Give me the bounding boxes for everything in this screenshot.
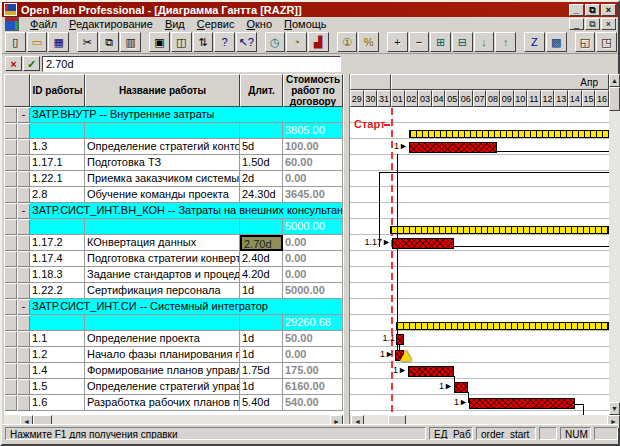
cascade-window-button[interactable]: ◱ (575, 32, 596, 52)
cell-duration[interactable]: 5.40d (240, 395, 283, 411)
row-selector[interactable] (4, 139, 17, 155)
zigzag-view-button[interactable]: Z (524, 32, 545, 52)
cell-duration[interactable]: 4.20d (240, 267, 283, 283)
collapse-minus-icon[interactable]: - (17, 203, 30, 219)
vscroll-thumb[interactable] (609, 87, 620, 111)
child-minimize-button[interactable]: _ (569, 18, 584, 30)
cell-name[interactable]: Определение стратегий управления р (85, 379, 240, 395)
cell-name[interactable]: Задание стандартов и процедур по д (85, 267, 240, 283)
row-selector[interactable] (4, 123, 17, 139)
cell-name[interactable]: Определение стратегий контоля и отч (85, 139, 240, 155)
cell-id[interactable]: 1.17.1 (30, 155, 85, 171)
gantt-task-bar[interactable] (396, 334, 404, 345)
gantt-summary-bar[interactable] (409, 130, 609, 138)
row-selector[interactable] (4, 379, 17, 395)
cell-id[interactable]: 1.1 (30, 331, 85, 347)
row-selector[interactable] (4, 107, 17, 123)
cell-duration[interactable]: 5d (240, 139, 283, 155)
cell-duration[interactable]: 2d (240, 171, 283, 187)
row-selector[interactable] (4, 171, 17, 187)
row-selector[interactable] (4, 299, 17, 315)
cell-duration[interactable] (240, 219, 283, 235)
cell-id[interactable]: 1.4 (30, 363, 85, 379)
child-restore-button[interactable]: ⧉ (585, 18, 600, 30)
row-selector[interactable] (4, 315, 17, 331)
gantt-task-bar[interactable] (408, 366, 454, 377)
row-selector[interactable] (4, 235, 17, 251)
row-selector[interactable] (4, 187, 17, 203)
tile-window-button[interactable]: ◳ (596, 32, 617, 52)
resource-scheduling-button[interactable]: ◔ (286, 32, 307, 52)
print-preview-button[interactable]: ◫ (171, 32, 192, 52)
cell-name[interactable]: Сертификация персонала (85, 283, 240, 299)
sort-button[interactable]: ⇅ (193, 32, 214, 52)
pane-splitter[interactable] (343, 74, 350, 429)
time-analysis-button[interactable]: ◷ (265, 32, 286, 52)
column-header-cost[interactable]: Стоимость работ по договору (283, 74, 343, 107)
cell-id[interactable] (30, 219, 85, 235)
cancel-edit-button[interactable]: × (5, 56, 22, 71)
cell-id[interactable] (30, 123, 85, 139)
cell-name[interactable]: Обучение команды проекта (85, 187, 240, 203)
column-header-name[interactable]: Название работы (85, 74, 240, 107)
collapse-minus-icon[interactable]: - (17, 299, 30, 315)
child-close-button[interactable]: × (601, 18, 616, 30)
cost-button[interactable]: ① (337, 32, 358, 52)
row-selector[interactable] (4, 219, 17, 235)
cell-duration-selected[interactable]: 2.70d (240, 235, 283, 251)
column-header-id[interactable]: ID работы (30, 74, 85, 107)
paste-button[interactable]: ▥ (120, 32, 141, 52)
group-row-title[interactable]: ЗАТР.ВНУТР -- Внутренние затраты (30, 107, 343, 123)
cell-duration[interactable]: 1d (240, 379, 283, 395)
cell-cost[interactable]: 60.00 (283, 155, 343, 171)
cell-name[interactable]: Определение проекта (85, 331, 240, 347)
gantt-task-bar[interactable] (409, 142, 497, 153)
cell-id[interactable]: 2.8 (30, 187, 85, 203)
cell-name[interactable]: Подготовка стратегии конвертации (85, 251, 240, 267)
cell-cost[interactable]: 6160.00 (283, 379, 343, 395)
gantt-summary-bar[interactable] (390, 226, 609, 234)
cell-id[interactable]: 1.17.2 (30, 235, 85, 251)
menu-view[interactable]: Вид (159, 18, 191, 30)
row-selector[interactable] (4, 347, 17, 363)
print-button[interactable]: ▣ (149, 32, 170, 52)
cell-cost-summary[interactable]: 29260.68 (283, 315, 343, 331)
row-selector[interactable] (4, 283, 17, 299)
context-help-button[interactable]: ↖? (236, 32, 257, 52)
cell-cost[interactable]: 50.00 (283, 331, 343, 347)
cell-id[interactable]: 1.5 (30, 379, 85, 395)
scroll-up-icon[interactable]: ▲ (609, 74, 620, 87)
help-button[interactable]: ? (214, 32, 235, 52)
menu-help[interactable]: Помощь (278, 18, 333, 30)
move-down-button[interactable]: ↓ (474, 32, 495, 52)
histogram-button[interactable]: ▟ (308, 32, 329, 52)
cell-name[interactable]: Начало фазы планирования проекта (85, 347, 240, 363)
cell-name[interactable]: КОнвертация данных (85, 235, 240, 251)
gantt-summary-bar[interactable] (396, 322, 609, 330)
row-selector[interactable] (4, 267, 17, 283)
minimize-button[interactable]: _ (569, 4, 584, 16)
collapse-nodes-button[interactable]: ⊟ (452, 32, 473, 52)
scroll-down-icon[interactable]: ▼ (609, 402, 620, 415)
cell-duration[interactable] (240, 123, 283, 139)
row-selector[interactable] (4, 251, 17, 267)
gantt-task-bar[interactable] (454, 382, 468, 393)
expand-nodes-button[interactable]: ⊞ (430, 32, 451, 52)
cell-id[interactable]: 1.3 (30, 139, 85, 155)
accept-edit-button[interactable]: ✓ (23, 56, 40, 71)
gantt-vscrollbar[interactable] (609, 74, 620, 415)
row-selector[interactable] (4, 155, 17, 171)
cell-cost[interactable]: 5000.00 (283, 283, 343, 299)
cell-duration[interactable]: 2.40d (240, 251, 283, 267)
cut-button[interactable]: ✂ (77, 32, 98, 52)
cell-cost[interactable]: 0.00 (283, 251, 343, 267)
cell-id[interactable]: 1.22.1 (30, 171, 85, 187)
gantt-task-bar[interactable] (469, 398, 575, 409)
gantt-task-bar[interactable] (392, 238, 454, 249)
menu-window[interactable]: Окно (240, 18, 278, 30)
cell-id[interactable] (30, 315, 85, 331)
open-button[interactable]: ▭ (27, 32, 48, 52)
cell-cost[interactable]: 0.00 (283, 267, 343, 283)
cell-duration[interactable]: 1.75d (240, 363, 283, 379)
cell-cost[interactable]: 0.00 (283, 235, 343, 251)
